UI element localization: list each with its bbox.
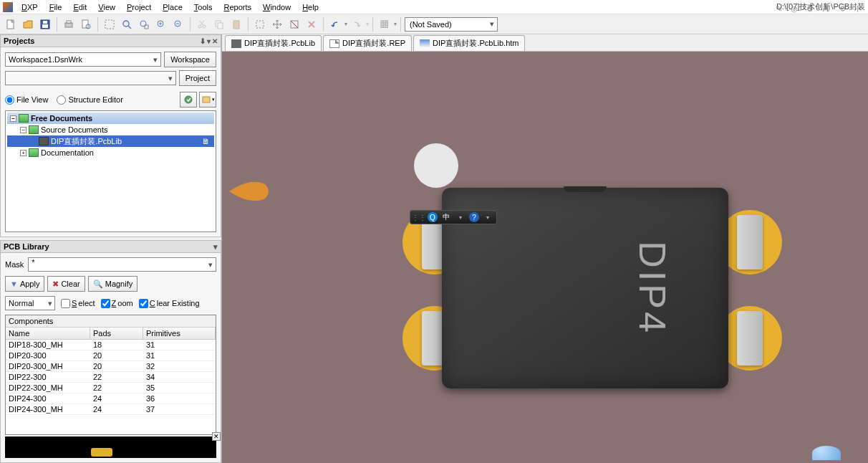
save-icon[interactable] <box>37 16 53 32</box>
tree-source-documents[interactable]: −Source Documents <box>7 124 214 135</box>
svg-rect-3 <box>43 21 47 24</box>
collapse-icon[interactable]: ▾ <box>213 242 218 252</box>
clear-existing-checkbox[interactable]: Clear Existing <box>139 299 200 308</box>
mask-input[interactable]: * <box>28 257 216 272</box>
menu-view[interactable]: View <box>92 1 121 13</box>
table-row[interactable]: DIP24-3002436 <box>6 393 216 404</box>
pin-icon[interactable]: ⬇ <box>200 37 206 45</box>
ime-toolbar[interactable]: ⋮⋮ Q 中 ▾ ? ▾ <box>410 210 497 224</box>
move-icon[interactable] <box>269 16 285 32</box>
pencil-icon[interactable]: ✎ <box>772 2 785 15</box>
zoom-checkbox[interactable]: Zoom <box>101 299 133 308</box>
menu-window[interactable]: Window <box>257 1 296 13</box>
pcb-library-header: PCB Library ▾ <box>0 240 221 253</box>
apply-button[interactable]: ▼Apply <box>5 276 44 292</box>
coord-icon[interactable]: ⊹ <box>851 2 864 15</box>
tree-free-documents[interactable]: −Free Documents <box>7 113 214 124</box>
zoom-area-icon[interactable] <box>102 16 117 32</box>
tab-htm[interactable]: DIP直插封装.PcbLib.htm <box>413 35 525 51</box>
new-file-icon[interactable] <box>3 16 19 32</box>
project-tree[interactable]: −Free Documents −Source Documents DIP直插封… <box>5 110 216 232</box>
ime-help-icon[interactable]: ? <box>469 212 479 222</box>
workspace-combo[interactable]: Workspace1.DsnWrk <box>5 52 161 67</box>
save-status-combo[interactable]: (Not Saved) <box>405 17 498 32</box>
tab-pcblib[interactable]: DIP直插封装.PcbLib <box>225 35 322 51</box>
clear-button[interactable]: ✖Clear <box>47 276 85 292</box>
menu-file[interactable]: File <box>44 1 68 13</box>
col-name[interactable]: Name <box>6 328 90 339</box>
text-a-icon[interactable]: A <box>819 2 832 15</box>
menubar: DXP File Edit View Project Place Tools R… <box>0 0 868 14</box>
menu-dxp[interactable]: DXP <box>16 1 44 13</box>
dropdown-icon[interactable]: ▾ <box>207 37 211 45</box>
table-row[interactable]: DIP22-3002234 <box>6 372 216 383</box>
project-button[interactable]: Project <box>179 70 216 86</box>
tree-pcblib-file[interactable]: DIP直插封装.PcbLib 🗎 <box>7 135 214 147</box>
project-combo[interactable] <box>5 71 176 85</box>
close-preview-icon[interactable]: ✕ <box>212 432 221 441</box>
zoom-in-icon[interactable] <box>153 16 169 32</box>
recompile-icon[interactable] <box>180 92 197 108</box>
preview-icon[interactable] <box>78 16 94 32</box>
nav-cube-icon[interactable] <box>812 446 841 460</box>
col-pads[interactable]: Pads <box>90 328 143 339</box>
cut-icon[interactable] <box>194 16 210 32</box>
copy-icon[interactable] <box>211 16 227 32</box>
project-options-icon[interactable]: ▾ <box>199 92 216 108</box>
svg-rect-32 <box>203 97 210 102</box>
menu-reports[interactable]: Reports <box>218 1 257 13</box>
tree-documentation[interactable]: +Documentation <box>7 147 214 158</box>
mask-label: Mask <box>5 260 24 269</box>
table-row[interactable]: DIP20-300_MH2032 <box>6 361 216 372</box>
table-row[interactable]: DIP20-3002031 <box>6 350 216 361</box>
pcb-3d-view[interactable]: DIP4 ⋮⋮ Q 中 ▾ ? ▾ <box>222 52 868 463</box>
table-row[interactable]: DIP22-300_MH2235 <box>6 383 216 393</box>
grid-icon[interactable] <box>377 16 392 32</box>
print-icon[interactable] <box>61 16 77 32</box>
file-view-radio[interactable]: File View <box>5 95 48 105</box>
zoom-fit-icon[interactable] <box>119 16 135 32</box>
workspace-button[interactable]: Workspace <box>164 52 216 67</box>
magnify-button[interactable]: 🔍Magnify <box>88 276 138 292</box>
select-checkbox[interactable]: Select <box>61 299 95 308</box>
zoom-out-icon[interactable] <box>170 16 186 32</box>
ime-grip-icon[interactable]: ⋮⋮ <box>413 211 425 223</box>
menu-help[interactable]: Help <box>296 1 324 13</box>
ime-search-icon[interactable]: Q <box>428 212 438 222</box>
grid-header: Name Pads Primitives <box>6 328 216 340</box>
preview-strip: ✕ <box>5 436 216 458</box>
gear-icon[interactable]: ⚙ <box>804 2 816 15</box>
menu-tools[interactable]: Tools <box>188 1 218 13</box>
svg-point-9 <box>123 21 129 27</box>
close-panel-icon[interactable]: ✕ <box>212 37 218 45</box>
svg-line-20 <box>201 21 204 25</box>
menu-place[interactable]: Place <box>157 1 188 13</box>
svg-point-19 <box>203 25 206 28</box>
projects-header: Projects ⬇ ▾ ✕ <box>0 34 221 47</box>
right-toolbar: ✎ ◎ ⚙ A ⟲ ⊹ <box>772 0 864 17</box>
paste-icon[interactable] <box>228 16 244 32</box>
zoom-selected-icon[interactable] <box>136 16 152 32</box>
tab-rep[interactable]: DIP直插封装.REP <box>323 35 412 51</box>
deselect-icon[interactable] <box>286 16 302 32</box>
menu-project[interactable]: Project <box>121 1 157 13</box>
open-folder-icon[interactable] <box>20 16 36 32</box>
components-grid[interactable]: Components Name Pads Primitives DIP18-30… <box>5 315 216 435</box>
clear-icon[interactable] <box>304 16 319 32</box>
normal-combo[interactable]: Normal <box>5 296 55 310</box>
grid-title: Components <box>6 315 216 328</box>
rotate-icon[interactable]: ⟲ <box>835 2 848 15</box>
svg-point-11 <box>140 21 146 27</box>
table-row[interactable]: DIP24-300_MH2437 <box>6 404 216 415</box>
ime-lang-toggle[interactable]: 中 <box>440 211 452 223</box>
table-row[interactable]: DIP18-300_MH1831 <box>6 340 216 350</box>
redo-icon[interactable] <box>349 16 365 32</box>
undo-icon[interactable] <box>327 16 343 32</box>
structure-editor-radio[interactable]: Structure Editor <box>57 95 122 105</box>
projects-panel: Workspace1.DsnWrk Workspace Project File… <box>0 47 221 237</box>
select-icon[interactable] <box>252 16 268 32</box>
col-primitives[interactable]: Primitives <box>143 328 216 339</box>
menu-edit[interactable]: Edit <box>67 1 92 13</box>
circle-target-icon[interactable]: ◎ <box>788 2 801 15</box>
svg-rect-2 <box>42 24 48 28</box>
